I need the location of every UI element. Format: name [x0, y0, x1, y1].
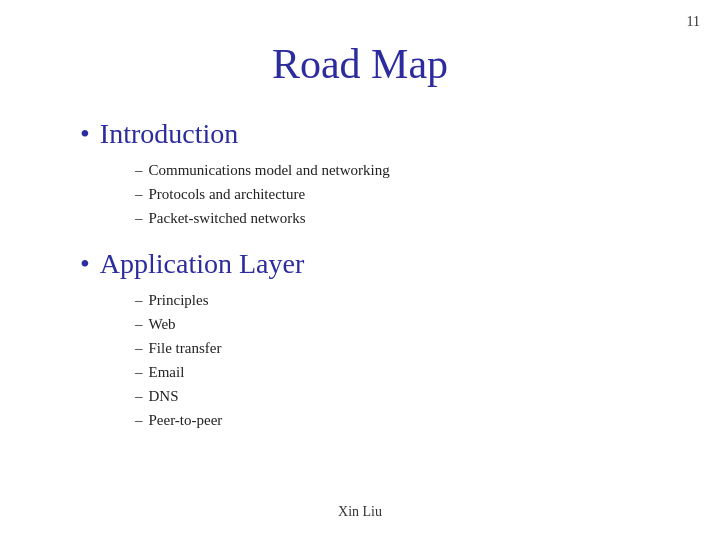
list-item: – Principles [135, 288, 660, 312]
section-application-layer-header: • Application Layer [80, 248, 660, 280]
section-introduction-title: Introduction [100, 118, 238, 150]
section-application-layer: • Application Layer – Principles – Web –… [80, 248, 660, 432]
section-introduction-header: • Introduction [80, 118, 660, 150]
slide-number: 11 [687, 14, 700, 30]
intro-item-1: Communications model and networking [149, 158, 390, 182]
list-item: – Peer-to-peer [135, 408, 660, 432]
introduction-sub-items: – Communications model and networking – … [80, 158, 660, 230]
list-item: – File transfer [135, 336, 660, 360]
list-item: – Communications model and networking [135, 158, 660, 182]
app-item-4: Email [149, 360, 185, 384]
application-sub-items: – Principles – Web – File transfer – Ema… [80, 288, 660, 432]
bullet-dot-1: • [80, 118, 90, 150]
intro-item-3: Packet-switched networks [149, 206, 306, 230]
list-item: – Packet-switched networks [135, 206, 660, 230]
bullet-dot-2: • [80, 248, 90, 280]
app-item-2: Web [149, 312, 176, 336]
intro-item-2: Protocols and architecture [149, 182, 306, 206]
app-item-3: File transfer [149, 336, 222, 360]
section-application-layer-title: Application Layer [100, 248, 304, 280]
app-item-6: Peer-to-peer [149, 408, 223, 432]
footer-text: Xin Liu [338, 504, 382, 520]
list-item: – Web [135, 312, 660, 336]
list-item: – Email [135, 360, 660, 384]
section-introduction: • Introduction – Communications model an… [80, 118, 660, 230]
content-area: • Introduction – Communications model an… [60, 118, 660, 432]
list-item: – DNS [135, 384, 660, 408]
app-item-1: Principles [149, 288, 209, 312]
slide-title: Road Map [60, 40, 660, 88]
app-item-5: DNS [149, 384, 179, 408]
slide: 11 Road Map • Introduction – Communicati… [0, 0, 720, 540]
list-item: – Protocols and architecture [135, 182, 660, 206]
